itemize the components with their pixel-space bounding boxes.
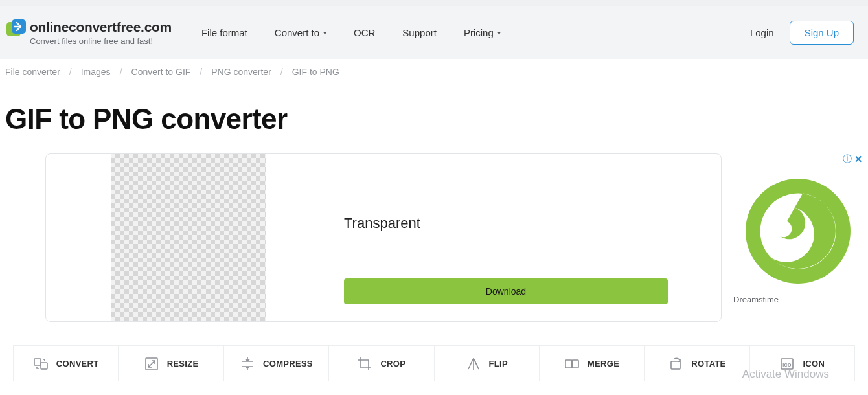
breadcrumb-sep: / bbox=[120, 67, 122, 77]
page-title: GIF to PNG converter bbox=[0, 85, 868, 153]
window-topbar bbox=[0, 0, 868, 6]
login-link[interactable]: Login bbox=[750, 27, 774, 38]
ad-close-icon[interactable]: ✕ bbox=[854, 153, 863, 165]
brand-block[interactable]: onlineconvertfree.com Convert files onli… bbox=[5, 19, 172, 46]
ad-meta: ⓘ ✕ bbox=[733, 153, 863, 165]
breadcrumb-item[interactable]: File converter bbox=[5, 67, 60, 77]
chevron-down-icon: ▾ bbox=[323, 29, 326, 36]
breadcrumb-item[interactable]: Convert to GIF bbox=[131, 67, 191, 77]
tool-label: RESIZE bbox=[167, 359, 199, 368]
ad-title: Transparent bbox=[344, 215, 709, 232]
breadcrumb-sep: / bbox=[280, 67, 283, 77]
signup-button[interactable]: Sign Up bbox=[790, 21, 854, 45]
chevron-down-icon: ▾ bbox=[497, 29, 501, 36]
rotate-icon bbox=[668, 356, 683, 370]
breadcrumb-item-current: GIF to PNG bbox=[292, 67, 339, 77]
nav-label: File format bbox=[201, 27, 247, 38]
merge-icon bbox=[564, 356, 580, 370]
resize-icon bbox=[144, 356, 159, 370]
site-header: onlineconvertfree.com Convert files onli… bbox=[0, 6, 868, 59]
tool-crop[interactable]: CROP bbox=[329, 345, 434, 381]
nav-label: OCR bbox=[354, 27, 375, 38]
svg-rect-7 bbox=[671, 361, 680, 369]
tool-label: CROP bbox=[380, 359, 405, 368]
flip-icon bbox=[466, 356, 481, 370]
breadcrumb-sep: / bbox=[69, 67, 72, 77]
nav-ocr[interactable]: OCR bbox=[354, 27, 375, 38]
ad-download-button[interactable]: Download bbox=[344, 278, 668, 304]
tool-label: CONVERT bbox=[56, 359, 99, 368]
ad-content: Transparent Download bbox=[266, 154, 721, 321]
tool-label: ICON bbox=[803, 359, 825, 368]
svg-text:ICO: ICO bbox=[783, 363, 792, 367]
ad-attribution: Dreamstime bbox=[733, 295, 863, 304]
tool-merge[interactable]: MERGE bbox=[540, 345, 645, 381]
nav-file-format[interactable]: File format bbox=[201, 27, 247, 38]
tool-label: FLIP bbox=[489, 359, 508, 368]
ad-sidebar: ⓘ ✕ Dreamstime bbox=[733, 153, 863, 322]
nav-support[interactable]: Support bbox=[402, 27, 437, 38]
nav-label: Pricing bbox=[464, 27, 494, 38]
ad-banner[interactable]: Transparent Download bbox=[45, 153, 722, 322]
nav-label: Convert to bbox=[275, 27, 319, 38]
ad-spiral-icon bbox=[740, 173, 856, 289]
tool-rotate[interactable]: ROTATE bbox=[645, 345, 749, 381]
svg-rect-3 bbox=[41, 363, 47, 369]
content-row: Transparent Download ⓘ ✕ Dreamstime bbox=[0, 153, 868, 322]
tool-resize[interactable]: RESIZE bbox=[119, 345, 223, 381]
transparent-preview-icon bbox=[111, 153, 266, 322]
crop-icon bbox=[357, 356, 372, 370]
tool-convert[interactable]: CONVERT bbox=[13, 345, 119, 381]
brand-tagline: Convert files online free and fast! bbox=[30, 36, 172, 46]
breadcrumb-item[interactable]: PNG converter bbox=[211, 67, 271, 77]
tool-icon[interactable]: ICO ICON bbox=[750, 345, 855, 381]
tool-compress[interactable]: COMPRESS bbox=[224, 345, 329, 381]
breadcrumb-sep: / bbox=[200, 67, 202, 77]
main-nav: File format Convert to▾ OCR Support Pric… bbox=[201, 27, 501, 38]
breadcrumb-item[interactable]: Images bbox=[81, 67, 111, 77]
icon-icon: ICO bbox=[779, 356, 795, 370]
tool-label: COMPRESS bbox=[263, 359, 313, 368]
nav-label: Support bbox=[402, 27, 437, 38]
tool-flip[interactable]: FLIP bbox=[435, 345, 540, 381]
ad-info-icon[interactable]: ⓘ bbox=[843, 153, 852, 165]
tool-label: ROTATE bbox=[691, 359, 725, 368]
compress-icon bbox=[240, 356, 255, 370]
nav-convert-to[interactable]: Convert to▾ bbox=[275, 27, 326, 38]
nav-pricing[interactable]: Pricing▾ bbox=[464, 27, 501, 38]
brand-logo-icon bbox=[5, 19, 26, 39]
svg-rect-2 bbox=[34, 359, 41, 365]
auth-block: Login Sign Up bbox=[750, 21, 854, 45]
brand-name: onlineconvertfree.com bbox=[30, 19, 172, 35]
tool-toolbar: CONVERT RESIZE COMPRESS CROP FLIP MERGE … bbox=[0, 345, 868, 381]
breadcrumb: File converter / Images / Convert to GIF… bbox=[0, 59, 868, 85]
convert-icon bbox=[33, 356, 49, 370]
tool-label: MERGE bbox=[588, 359, 619, 368]
